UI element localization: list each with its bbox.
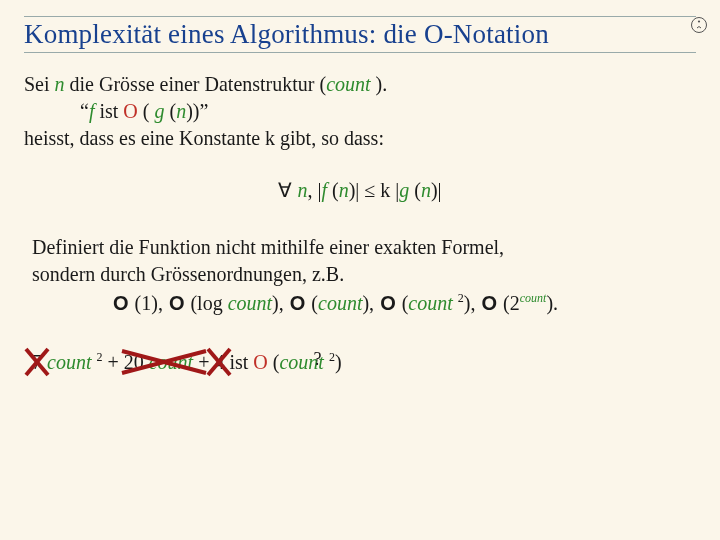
example-equation: 7 count 2 + 20 count + 4 ist O (count? 2… [32, 351, 696, 374]
var-n: n [176, 100, 186, 122]
explain-line-2: sondern durch Grössenordnungen, z.B. [32, 261, 690, 288]
var-count: count [318, 292, 362, 314]
explanation-block: Definiert die Funktion nicht mithilfe ei… [32, 234, 690, 317]
text: ) [335, 351, 342, 373]
var-count: count [228, 292, 272, 314]
big-o: O [168, 290, 186, 317]
var-count: count [47, 351, 91, 373]
var-count: count [149, 351, 193, 373]
sym-forall: ∀ [278, 179, 297, 201]
text: )| ≤ k | [349, 179, 400, 201]
text: ( [306, 292, 318, 314]
text: ), [272, 292, 289, 314]
text: ))” [186, 100, 208, 122]
slide-badge-icon [690, 16, 708, 34]
intro-line-3: heisst, dass es eine Konstante k gibt, s… [24, 125, 696, 152]
text: ( [138, 100, 155, 122]
text: ), [362, 292, 379, 314]
const: 4 [214, 351, 224, 373]
coef: 7 [32, 351, 47, 373]
term-4: 4 [214, 351, 224, 374]
plus: + [198, 351, 214, 373]
intro-line-1: Sei n die Grösse einer Datenstruktur (co… [24, 71, 696, 98]
var-g: g [399, 179, 414, 201]
text: ). [376, 73, 388, 95]
text: , | [307, 179, 321, 201]
text: ). [546, 292, 558, 314]
text: ist [94, 100, 123, 122]
text: “ [80, 100, 89, 122]
plus: + [107, 351, 123, 373]
text: (1), [130, 292, 168, 314]
question-mark: ? [313, 349, 321, 370]
var-count: count [408, 292, 452, 314]
text: die Grösse einer Datenstruktur ( [65, 73, 327, 95]
var-n: n [55, 73, 65, 95]
var-f: f [321, 179, 332, 201]
big-o: O [123, 100, 137, 122]
term-7count2: 7 count 2 [32, 351, 102, 374]
svg-point-0 [692, 18, 707, 33]
slide: Komplexität eines Algorithmus: die O-Not… [0, 0, 720, 540]
coef: 20 [124, 351, 149, 373]
rule-bottom [24, 52, 696, 53]
intro-line-2: “f ist O ( g (n))” [24, 98, 696, 125]
title-block: Komplexität eines Algorithmus: die O-Not… [24, 16, 696, 53]
math-inequality: ∀ n, |f (n)| ≤ k |g (n)| [24, 178, 696, 202]
var-count: count? [279, 351, 323, 373]
var-count: count [326, 73, 375, 95]
text: ), [464, 292, 481, 314]
slide-title: Komplexität eines Algorithmus: die O-Not… [24, 19, 696, 50]
exp-2: 2 [96, 350, 102, 364]
text: (2 [498, 292, 520, 314]
big-o: O [289, 290, 307, 317]
explain-line-1: Definiert die Funktion nicht mithilfe ei… [32, 234, 690, 261]
text: ( [414, 179, 421, 201]
big-o: O [480, 290, 498, 317]
intro-block: Sei n die Grösse einer Datenstruktur (co… [24, 71, 696, 152]
var-n: n [297, 179, 307, 201]
big-o: O [253, 351, 267, 373]
svg-point-1 [698, 20, 700, 22]
rule-top [24, 16, 696, 17]
text: )| [431, 179, 442, 201]
text-ist: ist [229, 351, 253, 373]
orders-line: O (1), O (log count), O (count), O (coun… [32, 290, 690, 317]
text: Sei [24, 73, 55, 95]
text: ( [397, 292, 409, 314]
term-20count: 20 count [124, 351, 193, 374]
var-g: g [154, 100, 169, 122]
var-n: n [421, 179, 431, 201]
big-o: O [112, 290, 130, 317]
exp-count: count [520, 291, 547, 305]
var-n: n [339, 179, 349, 201]
big-o: O [379, 290, 397, 317]
text: ( [268, 351, 280, 373]
text: (log [185, 292, 227, 314]
text: ( [332, 179, 339, 201]
